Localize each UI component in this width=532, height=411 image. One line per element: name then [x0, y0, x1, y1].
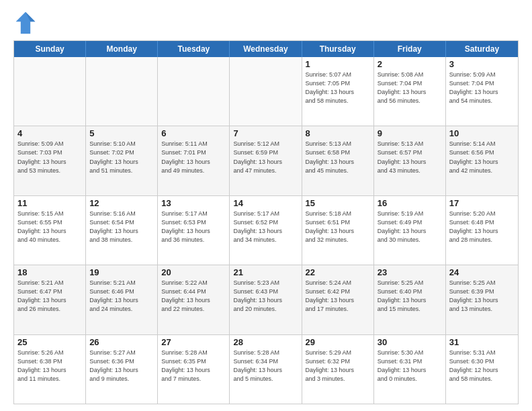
day-cell-7: 7Sunrise: 5:12 AMSunset: 6:59 PMDaylight… — [230, 126, 302, 195]
day-info: Sunrise: 5:30 AMSunset: 6:31 PMDaylight:… — [378, 349, 442, 383]
header-day-wednesday: Wednesday — [230, 41, 302, 57]
day-number: 10 — [449, 128, 515, 138]
calendar-body: 1Sunrise: 5:07 AMSunset: 7:05 PMDaylight… — [14, 57, 518, 404]
header-day-thursday: Thursday — [302, 41, 374, 57]
calendar-week-3: 11Sunrise: 5:15 AMSunset: 6:55 PMDayligh… — [14, 195, 518, 265]
page: SundayMondayTuesdayWednesdayThursdayFrid… — [0, 0, 532, 411]
day-number: 19 — [89, 267, 154, 277]
day-cell-28: 28Sunrise: 5:28 AMSunset: 6:34 PMDayligh… — [230, 335, 302, 404]
day-number: 9 — [378, 128, 442, 138]
day-number: 29 — [306, 337, 370, 347]
day-cell-23: 23Sunrise: 5:25 AMSunset: 6:40 PMDayligh… — [374, 265, 446, 334]
day-cell-25: 25Sunrise: 5:26 AMSunset: 6:38 PMDayligh… — [14, 335, 86, 404]
day-cell-15: 15Sunrise: 5:18 AMSunset: 6:51 PMDayligh… — [302, 196, 374, 265]
day-number: 8 — [306, 128, 370, 138]
day-number: 12 — [89, 198, 154, 208]
day-number: 6 — [161, 128, 226, 138]
day-cell-13: 13Sunrise: 5:17 AMSunset: 6:53 PMDayligh… — [158, 196, 230, 265]
day-info: Sunrise: 5:23 AMSunset: 6:43 PMDaylight:… — [233, 279, 298, 314]
day-number: 7 — [233, 128, 298, 138]
calendar-week-5: 25Sunrise: 5:26 AMSunset: 6:38 PMDayligh… — [14, 334, 518, 404]
day-info: Sunrise: 5:15 AMSunset: 6:55 PMDaylight:… — [17, 210, 82, 244]
day-cell-19: 19Sunrise: 5:21 AMSunset: 6:46 PMDayligh… — [86, 265, 158, 334]
day-cell-2: 2Sunrise: 5:08 AMSunset: 7:04 PMDaylight… — [374, 57, 446, 126]
empty-cell — [14, 57, 86, 126]
day-cell-3: 3Sunrise: 5:09 AMSunset: 7:04 PMDaylight… — [446, 57, 518, 126]
day-cell-5: 5Sunrise: 5:10 AMSunset: 7:02 PMDaylight… — [86, 126, 158, 195]
day-cell-6: 6Sunrise: 5:11 AMSunset: 7:01 PMDaylight… — [158, 126, 230, 195]
day-number: 2 — [378, 59, 442, 69]
day-info: Sunrise: 5:12 AMSunset: 6:59 PMDaylight:… — [233, 140, 298, 175]
day-number: 11 — [17, 198, 82, 208]
calendar-week-4: 18Sunrise: 5:21 AMSunset: 6:47 PMDayligh… — [14, 265, 518, 334]
day-cell-14: 14Sunrise: 5:17 AMSunset: 6:52 PMDayligh… — [230, 196, 302, 265]
day-info: Sunrise: 5:22 AMSunset: 6:44 PMDaylight:… — [161, 279, 226, 314]
day-cell-9: 9Sunrise: 5:13 AMSunset: 6:57 PMDaylight… — [374, 126, 446, 195]
calendar: SundayMondayTuesdayWednesdayThursdayFrid… — [13, 40, 519, 404]
day-info: Sunrise: 5:31 AMSunset: 6:30 PMDaylight:… — [449, 349, 515, 383]
day-info: Sunrise: 5:25 AMSunset: 6:40 PMDaylight:… — [378, 279, 442, 314]
logo — [13, 11, 42, 35]
day-cell-22: 22Sunrise: 5:24 AMSunset: 6:42 PMDayligh… — [302, 265, 374, 334]
day-cell-8: 8Sunrise: 5:13 AMSunset: 6:58 PMDaylight… — [302, 126, 374, 195]
day-number: 4 — [17, 128, 82, 138]
calendar-header: SundayMondayTuesdayWednesdayThursdayFrid… — [14, 41, 518, 57]
day-cell-24: 24Sunrise: 5:25 AMSunset: 6:39 PMDayligh… — [446, 265, 518, 334]
day-number: 5 — [89, 128, 154, 138]
day-number: 26 — [89, 337, 154, 347]
day-info: Sunrise: 5:18 AMSunset: 6:51 PMDaylight:… — [306, 210, 370, 244]
day-info: Sunrise: 5:19 AMSunset: 6:49 PMDaylight:… — [378, 210, 442, 244]
day-info: Sunrise: 5:17 AMSunset: 6:52 PMDaylight:… — [233, 210, 298, 244]
day-info: Sunrise: 5:08 AMSunset: 7:04 PMDaylight:… — [378, 71, 442, 105]
day-number: 16 — [378, 198, 442, 208]
day-cell-16: 16Sunrise: 5:19 AMSunset: 6:49 PMDayligh… — [374, 196, 446, 265]
day-cell-29: 29Sunrise: 5:29 AMSunset: 6:32 PMDayligh… — [302, 335, 374, 404]
day-info: Sunrise: 5:13 AMSunset: 6:58 PMDaylight:… — [306, 140, 370, 175]
header-day-tuesday: Tuesday — [158, 41, 230, 57]
day-number: 25 — [17, 337, 82, 347]
day-info: Sunrise: 5:28 AMSunset: 6:35 PMDaylight:… — [161, 349, 226, 383]
day-cell-11: 11Sunrise: 5:15 AMSunset: 6:55 PMDayligh… — [14, 196, 86, 265]
day-info: Sunrise: 5:24 AMSunset: 6:42 PMDaylight:… — [306, 279, 370, 314]
day-cell-1: 1Sunrise: 5:07 AMSunset: 7:05 PMDaylight… — [302, 57, 374, 126]
day-number: 21 — [233, 267, 298, 277]
header-day-monday: Monday — [86, 41, 158, 57]
day-cell-27: 27Sunrise: 5:28 AMSunset: 6:35 PMDayligh… — [158, 335, 230, 404]
day-cell-26: 26Sunrise: 5:27 AMSunset: 6:36 PMDayligh… — [86, 335, 158, 404]
day-info: Sunrise: 5:14 AMSunset: 6:56 PMDaylight:… — [449, 140, 515, 175]
day-number: 30 — [378, 337, 442, 347]
day-cell-20: 20Sunrise: 5:22 AMSunset: 6:44 PMDayligh… — [158, 265, 230, 334]
day-info: Sunrise: 5:09 AMSunset: 7:04 PMDaylight:… — [449, 71, 515, 105]
day-cell-4: 4Sunrise: 5:09 AMSunset: 7:03 PMDaylight… — [14, 126, 86, 195]
day-number: 15 — [306, 198, 370, 208]
day-number: 20 — [161, 267, 226, 277]
day-info: Sunrise: 5:21 AMSunset: 6:47 PMDaylight:… — [17, 279, 82, 314]
day-number: 28 — [233, 337, 298, 347]
day-info: Sunrise: 5:28 AMSunset: 6:34 PMDaylight:… — [233, 349, 298, 383]
day-info: Sunrise: 5:25 AMSunset: 6:39 PMDaylight:… — [449, 279, 515, 314]
empty-cell — [230, 57, 302, 126]
day-cell-30: 30Sunrise: 5:30 AMSunset: 6:31 PMDayligh… — [374, 335, 446, 404]
day-cell-12: 12Sunrise: 5:16 AMSunset: 6:54 PMDayligh… — [86, 196, 158, 265]
day-info: Sunrise: 5:26 AMSunset: 6:38 PMDaylight:… — [17, 349, 82, 383]
calendar-week-1: 1Sunrise: 5:07 AMSunset: 7:05 PMDaylight… — [14, 57, 518, 126]
day-number: 24 — [449, 267, 515, 277]
day-number: 18 — [17, 267, 82, 277]
day-cell-18: 18Sunrise: 5:21 AMSunset: 6:47 PMDayligh… — [14, 265, 86, 334]
day-number: 31 — [449, 337, 515, 347]
header-day-saturday: Saturday — [446, 41, 518, 57]
day-info: Sunrise: 5:16 AMSunset: 6:54 PMDaylight:… — [89, 210, 154, 244]
day-info: Sunrise: 5:29 AMSunset: 6:32 PMDaylight:… — [306, 349, 370, 383]
day-info: Sunrise: 5:27 AMSunset: 6:36 PMDaylight:… — [89, 349, 154, 383]
day-cell-17: 17Sunrise: 5:20 AMSunset: 6:48 PMDayligh… — [446, 196, 518, 265]
day-info: Sunrise: 5:07 AMSunset: 7:05 PMDaylight:… — [306, 71, 370, 105]
day-number: 17 — [449, 198, 515, 208]
day-number: 27 — [161, 337, 226, 347]
day-info: Sunrise: 5:09 AMSunset: 7:03 PMDaylight:… — [17, 140, 82, 175]
empty-cell — [86, 57, 158, 126]
day-info: Sunrise: 5:11 AMSunset: 7:01 PMDaylight:… — [161, 140, 226, 175]
day-number: 14 — [233, 198, 298, 208]
day-cell-31: 31Sunrise: 5:31 AMSunset: 6:30 PMDayligh… — [446, 335, 518, 404]
logo-icon — [13, 11, 38, 35]
day-info: Sunrise: 5:10 AMSunset: 7:02 PMDaylight:… — [89, 140, 154, 175]
